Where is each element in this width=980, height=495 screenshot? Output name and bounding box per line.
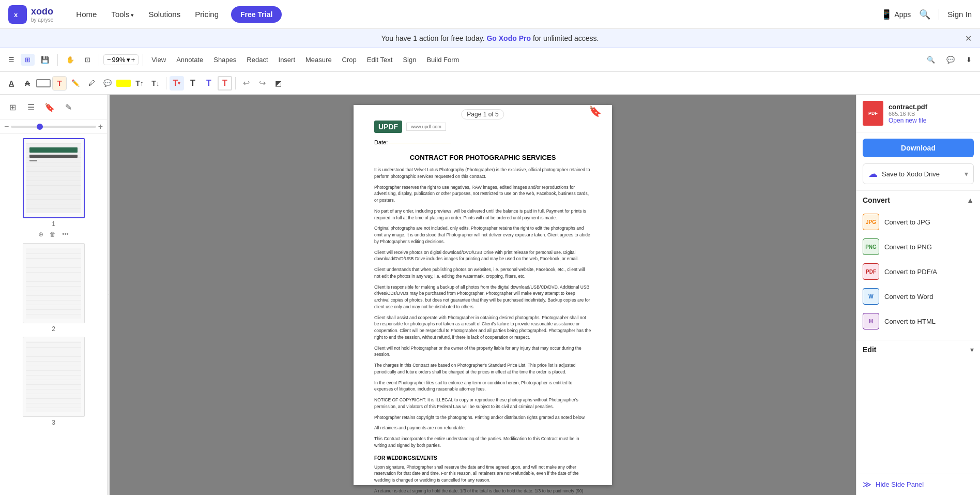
text-up-button[interactable]: T↑ (132, 76, 147, 91)
eraser-button[interactable]: ◩ (271, 76, 285, 91)
search-icon[interactable]: 🔍 (919, 9, 930, 20)
save-xodo-label: Save to Xodo Drive (882, 170, 960, 178)
redact-button[interactable]: Redact (242, 54, 272, 66)
text-style-2[interactable]: T (186, 76, 200, 91)
insert-button[interactable]: Insert (274, 54, 300, 66)
convert-section-collapse-icon[interactable]: ▲ (967, 196, 974, 204)
view-button[interactable]: View (147, 54, 170, 66)
convert-html-button[interactable]: H Convert to HTML (863, 309, 974, 334)
site-url: www.updf.com (406, 123, 446, 131)
annotate-button[interactable]: Annotate (172, 54, 207, 66)
zoom-in-icon[interactable]: + (131, 56, 135, 64)
para-15: This Contract incorporates the entire un… (374, 436, 591, 449)
build-form-button[interactable]: Build Form (422, 54, 463, 66)
search-button[interactable]: 🔍 (923, 54, 939, 66)
page-bookmark[interactable]: 🔖 (589, 105, 602, 117)
zoom-slider-track[interactable] (11, 126, 96, 128)
logo[interactable]: x xodo by apryse (8, 5, 53, 24)
text-color-button[interactable]: T (52, 76, 67, 91)
thumbnail-item-2[interactable]: 2 (4, 243, 103, 333)
convert-pdfa-button[interactable]: PDF Convert to PDF/A (863, 259, 974, 284)
thumbnail-image-2 (23, 243, 85, 323)
para-8: Client shall assist and cooperate with P… (374, 314, 591, 341)
edit-section-header[interactable]: Edit ▾ (856, 340, 980, 359)
crop-button[interactable]: Crop (338, 54, 361, 66)
convert-jpg-button[interactable]: JPG Convert to JPG (863, 209, 974, 234)
text-down-button[interactable]: T↓ (148, 76, 163, 91)
text-strikethrough-button[interactable]: A (20, 76, 35, 91)
apps-link[interactable]: 📱 Apps (881, 9, 911, 20)
convert-word-button[interactable]: W Convert to Word (863, 284, 974, 309)
list-view-button[interactable]: ☰ (23, 99, 39, 115)
download-button[interactable]: Download (863, 139, 974, 157)
panels-icon: ⊞ (25, 56, 30, 64)
highlight-button[interactable] (116, 80, 131, 87)
menu-button[interactable]: ☰ (4, 54, 19, 66)
hamburger-icon: ☰ (8, 56, 14, 64)
save-xodo-expand-icon[interactable]: ▾ (964, 170, 968, 178)
sign-button[interactable]: Sign (399, 54, 420, 66)
thumbnail-list: 1 ⊕ 🗑 ••• 2 3 (0, 134, 107, 495)
edit-section-expand-icon[interactable]: ▾ (970, 346, 974, 354)
text-style-1[interactable]: T▾ (170, 76, 184, 91)
sidebar-toggle-button[interactable]: ⊞ (21, 54, 35, 66)
nav-home[interactable]: Home (70, 6, 103, 23)
zoom-slider-thumb[interactable] (37, 124, 43, 130)
thumbnail-item-3[interactable]: 3 (4, 337, 103, 426)
thumbnail-image-3 (23, 337, 85, 417)
zoom-control[interactable]: − 99% ▾ + (103, 54, 139, 65)
brush-button[interactable]: 🖊 (84, 76, 99, 91)
redo-button[interactable]: ↪ (255, 76, 269, 91)
nav-pricing[interactable]: Pricing (189, 6, 225, 23)
measure-button[interactable]: Measure (301, 54, 336, 66)
download-button[interactable]: ⬇ (962, 54, 976, 66)
xodo-drive-icon: ☁ (868, 168, 878, 179)
rectangle-button[interactable] (36, 79, 51, 87)
selection-tool-button[interactable]: ⊡ (81, 54, 95, 66)
edit-text-button[interactable]: Edit Text (363, 54, 397, 66)
open-new-file-link[interactable]: Open new file (889, 117, 974, 124)
section-heading: FOR WEDDINGS/EVENTS (374, 455, 591, 461)
zoom-level[interactable]: 99% (112, 56, 126, 64)
sub-separator-2 (235, 77, 236, 89)
comment-button[interactable]: 💬 (100, 76, 115, 91)
para-7: Client is responsible for making a backu… (374, 284, 591, 310)
text-style-3[interactable]: T (202, 76, 216, 91)
para-2: Photographer reserves the right to use n… (374, 184, 591, 204)
annotation-list-button[interactable]: ✎ (60, 99, 76, 115)
zoom-dropdown-icon[interactable]: ▾ (127, 56, 130, 64)
save-to-xodo-button[interactable]: ☁ Save to Xodo Drive ▾ (863, 163, 974, 184)
sign-in-button[interactable]: Sign In (947, 10, 972, 19)
thumb-more-button[interactable]: ••• (60, 230, 71, 239)
para-9: Client will not hold Photographer or the… (374, 345, 591, 358)
hand-tool-button[interactable]: ✋ (62, 54, 79, 66)
bookmark-button[interactable]: 🔖 (41, 99, 58, 115)
svg-text:x: x (14, 11, 18, 19)
main-toolbar: ☰ ⊞ 💾 ✋ ⊡ − 99% ▾ + View Annotate Shapes… (0, 48, 980, 72)
search-icon-tb: 🔍 (927, 56, 935, 64)
sidebar-icons: ⊞ ☰ 🔖 ✎ (0, 95, 107, 120)
pencil-button[interactable]: ✏️ (68, 76, 83, 91)
nav-tools[interactable]: Tools (105, 6, 140, 23)
thumbnail-view-button[interactable]: ⊞ (4, 99, 21, 115)
convert-section-header[interactable]: Convert ▲ (856, 191, 980, 209)
text-underline-button[interactable]: A (4, 76, 19, 91)
free-trial-button[interactable]: Free Trial (231, 6, 282, 23)
save-button[interactable]: 💾 (37, 54, 53, 66)
shapes-button[interactable]: Shapes (209, 54, 240, 66)
zoom-out-icon[interactable]: − (107, 56, 111, 64)
thumbnail-num-1: 1 (52, 220, 55, 228)
nav-solutions[interactable]: Solutions (142, 6, 187, 23)
convert-png-button[interactable]: PNG Convert to PNG (863, 234, 974, 259)
share-button[interactable]: 💬 (942, 54, 959, 66)
thumb-delete-button[interactable]: 🗑 (48, 230, 58, 239)
thumb-add-button[interactable]: ⊕ (36, 230, 45, 239)
undo-button[interactable]: ↩ (239, 76, 253, 91)
slider-minus-button[interactable]: − (4, 122, 9, 131)
hide-side-panel-button[interactable]: ≫ Hide Side Panel (856, 473, 980, 495)
text-style-4[interactable]: T (218, 76, 232, 91)
banner-close-button[interactable]: ✕ (965, 34, 972, 43)
thumbnail-item-1[interactable]: 1 ⊕ 🗑 ••• (4, 138, 103, 239)
section-para-1: Upon signature, Photographer shall reser… (374, 464, 591, 484)
slider-plus-button[interactable]: + (98, 122, 103, 131)
